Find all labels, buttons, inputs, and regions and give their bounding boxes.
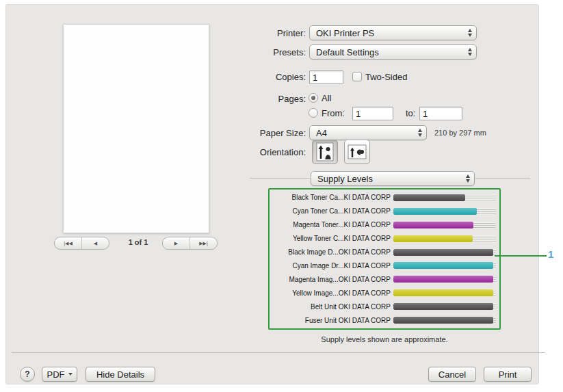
copies-label: Copies: [211, 72, 306, 82]
orientation-landscape-icon [348, 143, 367, 161]
two-sided-checkbox[interactable] [352, 72, 362, 81]
paper-size-popup-value: A4 [316, 128, 414, 138]
help-icon: ? [25, 369, 29, 379]
panel-separator-left [250, 178, 310, 179]
supply-level-bar [393, 303, 496, 310]
popup-stepper-icon [464, 48, 472, 56]
supply-level-bar [393, 222, 496, 228]
supply-row: Fuser Unit OKI DATA CORP [270, 313, 499, 327]
presets-label: Presets: [211, 47, 306, 57]
supply-row: Magenta Imag...OKI DATA CORP [270, 272, 499, 286]
orientation-portrait-button[interactable] [312, 140, 338, 164]
supply-level-bar [393, 262, 496, 269]
printer-label: Printer: [211, 28, 306, 38]
orientation-label: Orientation: [211, 147, 306, 157]
orientation-landscape-button[interactable] [344, 140, 370, 164]
panel-separator-right [475, 178, 530, 179]
cancel-label: Cancel [438, 369, 466, 380]
radio-selected-dot [311, 96, 315, 100]
print-preview-page [63, 24, 209, 233]
supply-level-fill [393, 262, 493, 269]
supply-level-fill [393, 303, 493, 310]
supply-level-bar [393, 276, 496, 283]
last-page-button[interactable]: ▶▶| [189, 237, 217, 249]
presets-popup[interactable]: Default Settings [309, 44, 477, 60]
hide-details-button[interactable]: Hide Details [86, 367, 155, 382]
supply-row: Magenta Toner...KI DATA CORP [270, 218, 499, 232]
supply-item-label: Cyan Image Dr...KI DATA CORP [270, 262, 391, 270]
supply-level-fill [393, 249, 493, 256]
help-button[interactable]: ? [20, 367, 35, 382]
supply-level-fill [393, 208, 477, 215]
panel-selector-popup[interactable]: Supply Levels [311, 171, 475, 186]
supply-row: Belt Unit OKI DATA CORP [270, 300, 499, 313]
supply-level-fill [393, 194, 465, 201]
page-nav-forward-control: ▶ ▶▶| [162, 237, 218, 250]
pages-range-radio[interactable] [309, 108, 318, 118]
cancel-button[interactable]: Cancel [428, 367, 476, 382]
page-nav-back-control: |◀◀ ◀ [54, 237, 109, 250]
pages-to-label: to: [406, 108, 415, 118]
supply-level-bar [393, 208, 496, 215]
paper-size-label: Paper Size: [211, 128, 306, 138]
supply-levels-note: Supply levels shown are approximate. [268, 335, 501, 343]
screenshot-root: |◀◀ ◀ 1 of 1 ▶ ▶▶| Printer: OKI Printer … [0, 0, 563, 392]
footer-separator [12, 352, 545, 353]
supply-level-bar [393, 194, 496, 201]
supply-level-fill [393, 276, 493, 283]
copies-input[interactable] [309, 70, 343, 84]
supply-level-fill [393, 235, 473, 242]
next-page-button[interactable]: ▶ [163, 237, 189, 249]
supply-row: Cyan Image Dr...KI DATA CORP [270, 259, 499, 273]
orientation-portrait-icon [316, 142, 334, 161]
pdf-menu-label: PDF [47, 369, 65, 380]
supply-level-fill [393, 289, 493, 296]
supply-levels-panel: Black Toner Ca...KI DATA CORPCyan Toner … [268, 188, 501, 330]
popup-stepper-icon [414, 129, 422, 137]
supply-item-label: Black Toner Ca...KI DATA CORP [270, 194, 391, 201]
supply-item-label: Magenta Imag...OKI DATA CORP [270, 276, 391, 283]
supply-level-bar [393, 317, 496, 324]
supply-level-bar [393, 289, 496, 296]
printer-popup-value: OKI Printer PS [316, 28, 464, 38]
pdf-menu-button[interactable]: PDF [42, 367, 77, 382]
pages-label: Pages: [211, 94, 306, 104]
supply-item-label: Cyan Toner Ca...KI DATA CORP [270, 207, 391, 215]
supply-level-bar [393, 249, 496, 256]
supply-item-label: Fuser Unit OKI DATA CORP [270, 317, 391, 324]
pages-to-input[interactable] [419, 107, 462, 120]
supply-item-label: Yellow Image...OKI DATA CORP [270, 289, 391, 297]
supply-level-bar [393, 235, 496, 242]
page-indicator: 1 of 1 [116, 238, 161, 246]
supply-item-label: Magenta Toner...KI DATA CORP [270, 221, 391, 228]
pdf-dropdown-arrow-icon [68, 373, 73, 376]
pages-from-label: From: [322, 108, 345, 118]
hide-details-label: Hide Details [96, 369, 144, 380]
pages-all-radio[interactable] [309, 93, 318, 103]
last-page-icon: ▶▶| [199, 241, 208, 246]
callout-line [495, 255, 547, 257]
next-page-icon: ▶ [174, 241, 178, 246]
previous-page-button[interactable]: ◀ [81, 237, 109, 249]
supply-level-fill [393, 222, 473, 228]
supply-item-label: Yellow Toner C...KI DATA CORP [270, 235, 391, 242]
previous-page-icon: ◀ [94, 241, 97, 246]
popup-stepper-icon [464, 29, 472, 37]
callout-label: 1 [548, 248, 553, 260]
supply-item-label: Belt Unit OKI DATA CORP [270, 303, 391, 311]
pages-from-input[interactable] [352, 107, 393, 120]
printer-popup[interactable]: OKI Printer PS [309, 25, 477, 40]
first-page-icon: |◀◀ [64, 241, 73, 246]
supply-row: Cyan Toner Ca...KI DATA CORP [270, 205, 499, 218]
pages-all-label: All [322, 93, 331, 103]
first-page-button[interactable]: |◀◀ [55, 237, 81, 249]
supply-row: Yellow Toner C...KI DATA CORP [270, 232, 499, 246]
popup-stepper-icon [462, 174, 470, 183]
presets-popup-value: Default Settings [316, 47, 464, 57]
paper-size-popup[interactable]: A4 [309, 125, 427, 140]
supply-row: Yellow Image...OKI DATA CORP [270, 286, 499, 300]
print-button[interactable]: Print [484, 367, 532, 382]
supply-row: Black Toner Ca...KI DATA CORP [270, 191, 499, 205]
print-label: Print [499, 369, 517, 380]
two-sided-label: Two-Sided [365, 72, 407, 82]
